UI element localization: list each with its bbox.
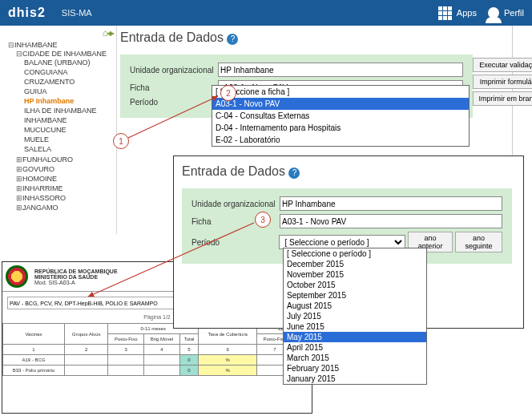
- tree-node[interactable]: ILHA DE INHAMBANE: [24, 106, 116, 115]
- dropdown-option-selected[interactable]: A03-1 - Novo PAV: [212, 98, 469, 110]
- step-marker-3: 3: [255, 212, 271, 228]
- tree-node[interactable]: ⊞INHARRIME: [16, 184, 116, 193]
- orgunit-label: Unidade organizacional: [130, 66, 218, 75]
- dropdown-option[interactable]: July 2015: [284, 311, 426, 321]
- profile-icon: [488, 7, 499, 18]
- period-label: Período: [191, 238, 279, 247]
- report-title-input[interactable]: [7, 297, 200, 309]
- help-icon[interactable]: ?: [288, 168, 300, 179]
- col-header: Brig.Móvel: [144, 334, 179, 345]
- col-header: Posto-Fixo: [108, 334, 144, 345]
- orgunit-field[interactable]: [280, 196, 502, 211]
- dataentry-form: Unidade organizacional Ficha A03-1 - Nov…: [120, 55, 473, 118]
- tree-node[interactable]: ⊞HOMOINE: [16, 174, 116, 184]
- period-dropdown[interactable]: [ Seleccione o período ] December 2015 N…: [283, 248, 427, 385]
- brand-subtitle: SIS-MA: [62, 8, 92, 18]
- profile-label: Perfil: [504, 8, 524, 18]
- validate-button[interactable]: Executar validação: [473, 58, 532, 72]
- tree-node[interactable]: MUCUCUNE: [24, 125, 116, 135]
- tree-node-root[interactable]: ⊟INHAMBANE ⊟CIDADE DE INHAMBANE BALANE (…: [8, 40, 116, 213]
- dropdown-option[interactable]: [ Seleccione o período ]: [284, 248, 426, 259]
- col-header: Total: [179, 334, 199, 345]
- tree-node[interactable]: ⊞GOVURO: [16, 164, 116, 174]
- orgunit-label: Unidade organizacional: [191, 200, 280, 208]
- col-header: Vacinas: [3, 324, 65, 345]
- tree-node[interactable]: BALANE (URBANO): [24, 58, 116, 67]
- dropdown-option[interactable]: September 2015: [284, 290, 426, 301]
- report-model: Mod. SIS-A03-A: [34, 280, 118, 285]
- dropdown-option[interactable]: April 2015: [284, 342, 426, 353]
- dropdown-option[interactable]: March 2015: [284, 353, 426, 363]
- dropdown-option[interactable]: [ Seleccione a ficha ]: [212, 86, 469, 98]
- dropdown-option[interactable]: C-04 - Consultas Externas: [212, 110, 469, 122]
- page-title: Entrada de Dados ?: [120, 30, 512, 45]
- orgunit-tree: ⌂◂▸ ⊟INHAMBANE ⊟CIDADE DE INHAMBANE BALA…: [0, 26, 117, 234]
- table-row: A19 - BCG0%: [3, 355, 312, 366]
- tree-node[interactable]: INHAMBANE: [24, 115, 116, 125]
- report-table: Vacinas Grupos Alvos 0-11 meses Taxa de …: [2, 323, 312, 376]
- tree-node[interactable]: ⊞JANGAMO: [16, 203, 116, 212]
- next-year-button[interactable]: ano seguinte: [455, 232, 502, 252]
- orgunit-field[interactable]: [218, 63, 463, 77]
- national-emblem-icon: [6, 265, 28, 288]
- apps-menu[interactable]: Apps: [438, 6, 477, 20]
- tree-node[interactable]: MUELE: [24, 135, 116, 144]
- print-blank-button[interactable]: Imprimir em branco: [473, 91, 532, 106]
- tree-node-selected[interactable]: HP Inhambane: [24, 96, 116, 106]
- tree-node[interactable]: SALELA: [24, 144, 116, 154]
- dataset-label: Ficha: [130, 83, 218, 92]
- tree-node[interactable]: CRUZAMENTO: [24, 77, 116, 87]
- tree-toolbar-icons[interactable]: ⌂◂▸: [0, 26, 116, 40]
- dropdown-option[interactable]: November 2015: [284, 269, 426, 280]
- tree-node[interactable]: ⊟CIDADE DE INHAMBANE BALANE (URBANO) CON…: [16, 49, 116, 155]
- report-ministry: MINISTÉRIO DA SAÚDE: [34, 274, 118, 280]
- tree-node[interactable]: ⊞INHASSORO: [16, 193, 116, 203]
- panel-step2: Entrada de Dados ? Unidade organizaciona…: [173, 155, 524, 329]
- table-row: 12345678: [3, 345, 312, 355]
- dropdown-option[interactable]: E-02 - Laboratório: [212, 134, 469, 146]
- page-title: Entrada de Dados ?: [182, 164, 515, 179]
- dropdown-option[interactable]: January 2015: [284, 374, 426, 384]
- tree-node[interactable]: ⊞FUNHALOURO: [16, 155, 116, 164]
- topbar: dhis2 SIS-MA Apps Perfil: [0, 0, 532, 26]
- period-label: Período: [130, 98, 218, 107]
- brand-logo: dhis2: [8, 6, 46, 20]
- dropdown-option[interactable]: August 2015: [284, 301, 426, 311]
- dropdown-option[interactable]: October 2015: [284, 280, 426, 290]
- dropdown-option[interactable]: February 2015: [284, 363, 426, 374]
- dataset-field[interactable]: [280, 214, 502, 228]
- report-country: REPÚBLICA DE MOÇAMBIQUE: [34, 269, 118, 274]
- print-form-button[interactable]: Imprimir formulário: [473, 75, 532, 89]
- dropdown-option[interactable]: December 2015: [284, 259, 426, 269]
- dataentry-form: Unidade organizacional Ficha Período [ S…: [182, 188, 512, 264]
- dropdown-option[interactable]: D-04 - Internamento para Hospitais: [212, 122, 469, 134]
- dropdown-option[interactable]: June 2015: [284, 321, 426, 332]
- tree-node[interactable]: CONGUIANA: [24, 67, 116, 77]
- apps-label: Apps: [457, 8, 477, 18]
- apps-icon: [438, 6, 452, 20]
- dropdown-option-selected[interactable]: May 2015: [284, 332, 426, 342]
- col-header: Grupos Alvos: [64, 324, 107, 345]
- step-marker-1: 1: [113, 133, 129, 149]
- table-row: B33 - Pólio primário0%: [3, 366, 312, 376]
- help-icon[interactable]: ?: [227, 34, 238, 45]
- step-marker-2: 2: [220, 85, 236, 101]
- dataset-dropdown[interactable]: [ Seleccione a ficha ] A03-1 - Novo PAV …: [212, 85, 470, 147]
- profile-menu[interactable]: Perfil: [488, 7, 524, 18]
- tree-node[interactable]: GUIUA: [24, 87, 116, 96]
